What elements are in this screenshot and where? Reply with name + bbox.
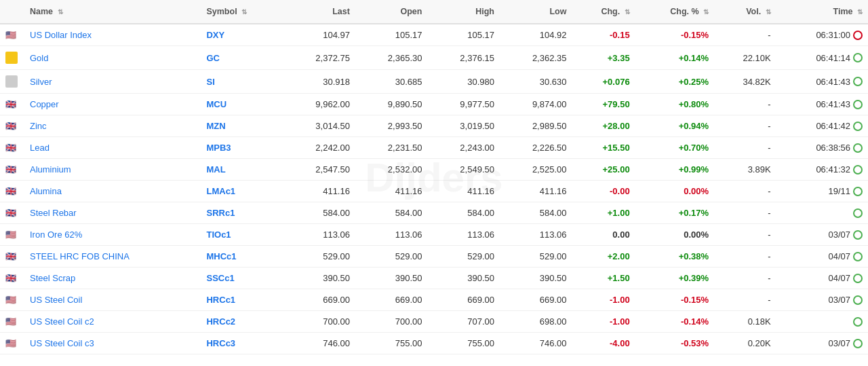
instrument-symbol[interactable]: MZN: [201, 115, 283, 137]
symbol-sort-icon[interactable]: ⇅: [241, 8, 247, 16]
time: 06:38:56: [776, 137, 868, 159]
change-value: +3.35: [572, 46, 635, 70]
clock-icon: [853, 100, 863, 109]
last-price: 529.00: [283, 246, 355, 268]
instrument-symbol[interactable]: MHCc1: [201, 246, 283, 268]
high-price: 9,977.50: [427, 94, 500, 115]
clock-icon: [853, 122, 863, 131]
name-header[interactable]: Name ⇅: [24, 0, 201, 24]
change-percent: +0.99%: [635, 159, 714, 181]
change-percent: -0.53%: [635, 333, 714, 354]
time: 06:41:43: [776, 70, 868, 94]
change-percent: +0.17%: [635, 202, 714, 224]
chg-sort-icon[interactable]: ⇅: [625, 8, 630, 16]
open-price: 2,365.30: [355, 46, 428, 70]
instrument-name[interactable]: US Dollar Index: [24, 24, 201, 46]
last-price: 746.00: [283, 333, 355, 354]
instrument-symbol[interactable]: DXY: [201, 24, 283, 46]
instrument-symbol[interactable]: HRCc2: [201, 311, 283, 333]
instrument-name[interactable]: US Steel Coil c3: [24, 333, 201, 354]
instrument-symbol[interactable]: TIOc1: [201, 224, 283, 246]
chg-header[interactable]: Chg. ⇅: [572, 0, 635, 24]
flag-cell: 🇺🇸: [0, 224, 24, 246]
instrument-symbol[interactable]: MCU: [201, 94, 283, 115]
table-row: 🇬🇧Steel RebarSRRc1584.00584.00584.00584.…: [0, 202, 868, 224]
volume: -: [714, 289, 776, 311]
high-price: 2,549.50: [427, 159, 500, 181]
vol-sort-icon[interactable]: ⇅: [766, 8, 771, 16]
commodities-table: Name ⇅ Symbol ⇅ Last Open High Low Chg. …: [0, 0, 868, 354]
time-value: 06:31:00: [816, 30, 850, 40]
open-price: 2,993.50: [355, 115, 428, 137]
instrument-symbol[interactable]: LMAc1: [201, 181, 283, 202]
last-price: 104.97: [283, 24, 355, 46]
chg-header-label: Chg.: [601, 7, 620, 16]
low-price: 2,525.00: [500, 159, 572, 181]
flag-cell: 🇬🇧: [0, 181, 24, 202]
instrument-name[interactable]: US Steel Coil c2: [24, 311, 201, 333]
open-price: 411.16: [355, 181, 428, 202]
change-percent: +0.14%: [635, 46, 714, 70]
table-row: 🇬🇧STEEL HRC FOB CHINAMHCc1529.00529.0052…: [0, 246, 868, 268]
chgpct-sort-icon[interactable]: ⇅: [703, 8, 709, 16]
instrument-symbol[interactable]: SSCc1: [201, 268, 283, 289]
instrument-name[interactable]: Lead: [24, 137, 201, 159]
chgpct-header[interactable]: Chg. % ⇅: [635, 0, 714, 24]
symbol-header-label: Symbol: [206, 7, 237, 16]
instrument-name[interactable]: Copper: [24, 94, 201, 115]
time-value: 04/07: [828, 251, 850, 261]
clock-icon: [853, 165, 863, 175]
flag-cell: [0, 70, 24, 94]
instrument-symbol[interactable]: HRCc1: [201, 289, 283, 311]
instrument-name[interactable]: Zinc: [24, 115, 201, 137]
instrument-name[interactable]: Alumina: [24, 181, 201, 202]
clock-icon: [853, 274, 863, 283]
open-header: Open: [355, 0, 428, 24]
instrument-name[interactable]: Iron Ore 62%: [24, 224, 201, 246]
instrument-symbol[interactable]: SRRc1: [201, 202, 283, 224]
time-header-label: Time: [833, 7, 853, 16]
time-value: 06:38:56: [816, 143, 850, 153]
instrument-name[interactable]: Gold: [24, 46, 201, 70]
clock-icon: [853, 317, 863, 327]
instrument-name[interactable]: STEEL HRC FOB CHINA: [24, 246, 201, 268]
instrument-symbol[interactable]: HRCc3: [201, 333, 283, 354]
last-price: 411.16: [283, 181, 355, 202]
table-row: 🇬🇧AluminiumMAL2,547.502,532.002,549.502,…: [0, 159, 868, 181]
instrument-name[interactable]: Silver: [24, 70, 201, 94]
open-price: 529.00: [355, 246, 428, 268]
name-sort-icon[interactable]: ⇅: [58, 8, 63, 16]
low-price: 2,989.50: [500, 115, 572, 137]
flag-cell: 🇺🇸: [0, 333, 24, 354]
instrument-symbol[interactable]: MPB3: [201, 137, 283, 159]
change-percent: +0.39%: [635, 268, 714, 289]
instrument-symbol[interactable]: SI: [201, 70, 283, 94]
change-value: +25.00: [572, 159, 635, 181]
instrument-name[interactable]: Steel Scrap: [24, 268, 201, 289]
high-price: 3,019.50: [427, 115, 500, 137]
open-price: 669.00: [355, 289, 428, 311]
volume: 3.89K: [714, 159, 776, 181]
instrument-symbol[interactable]: GC: [201, 46, 283, 70]
low-price: 2,362.35: [500, 46, 572, 70]
vol-header[interactable]: Vol. ⇅: [714, 0, 776, 24]
time-value: 06:41:42: [816, 121, 850, 131]
instrument-name[interactable]: Aluminium: [24, 159, 201, 181]
volume: 34.82K: [714, 70, 776, 94]
table-row: 🇺🇸US Dollar IndexDXY104.97105.17105.1710…: [0, 24, 868, 46]
instrument-name[interactable]: US Steel Coil: [24, 289, 201, 311]
vol-header-label: Vol.: [746, 7, 761, 16]
change-value: +1.50: [572, 268, 635, 289]
symbol-header[interactable]: Symbol ⇅: [201, 0, 283, 24]
instrument-symbol[interactable]: MAL: [201, 159, 283, 181]
instrument-name[interactable]: Steel Rebar: [24, 202, 201, 224]
table-row: 🇬🇧ZincMZN3,014.502,993.503,019.502,989.5…: [0, 115, 868, 137]
volume: -: [714, 181, 776, 202]
high-price: 584.00: [427, 202, 500, 224]
clock-icon: [853, 252, 863, 261]
low-price: 9,874.00: [500, 94, 572, 115]
time-sort-icon[interactable]: ⇅: [857, 8, 863, 16]
flag-header: [0, 0, 24, 24]
time-header[interactable]: Time ⇅: [776, 0, 868, 24]
time-value: 03/07: [828, 230, 850, 240]
